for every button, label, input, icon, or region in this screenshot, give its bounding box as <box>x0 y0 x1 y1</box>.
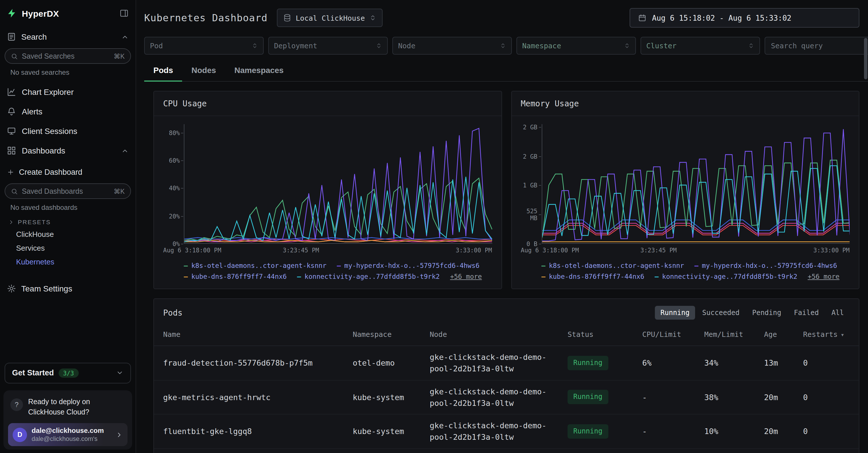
tab-namespaces[interactable]: Namespaces <box>225 60 293 81</box>
cell-mem-limit: 38% <box>704 386 764 408</box>
cell-cpu-limit: 6% <box>642 352 704 374</box>
sidebar-item-clickhouse[interactable]: ClickHouse <box>0 228 135 242</box>
y-tick-label: 1 GB <box>523 182 537 189</box>
create-dashboard-button[interactable]: Create Dashboard <box>0 163 135 181</box>
search-query-input[interactable] <box>765 37 868 55</box>
cell-name: fluentbit-gke-lggq8 <box>163 420 353 442</box>
filter-select-node[interactable]: Node <box>392 37 512 55</box>
pods-panel: Pods RunningSucceededPendingFailedAll Na… <box>153 299 859 453</box>
tab-pods[interactable]: Pods <box>144 60 182 81</box>
status-filter-running[interactable]: Running <box>655 306 695 320</box>
calendar-icon <box>638 14 646 22</box>
y-axis: 80%60%40%20%0% <box>160 124 184 244</box>
cell-restarts: 0 <box>803 386 849 408</box>
time-range-picker[interactable]: Aug 6 15:18:02 - Aug 6 15:33:02 <box>629 8 859 28</box>
column-header-cpu-limit[interactable]: CPU/Limit <box>642 325 704 345</box>
status-filter-group: RunningSucceededPendingFailedAll <box>655 306 849 320</box>
saved-dashboards-input[interactable]: Saved Dashboards ⌘K <box>5 183 131 199</box>
legend-item[interactable]: —my-hyperdx-hdx-o..-57975fcd6-4hws6 <box>694 261 837 270</box>
table-row[interactable]: konnectivity-agent-56c9fd96b8-2pjn4kube-… <box>154 449 859 453</box>
status-filter-pending[interactable]: Pending <box>746 306 787 320</box>
sidebar-item-dashboards[interactable]: Dashboards <box>0 141 135 161</box>
page-title: Kubernetes Dashboard <box>144 12 268 24</box>
column-header-restarts[interactable]: Restarts▾ <box>803 325 849 345</box>
legend-label: konnectivity-age..77dfdd8f5b-t9rk2 <box>305 273 440 281</box>
time-range-value: Aug 6 15:18:02 - Aug 6 15:33:02 <box>652 13 791 22</box>
sidebar-bottom-block: ? Ready to deploy on ClickHouse Cloud? D… <box>3 390 132 450</box>
search-section-icon <box>7 32 16 41</box>
chart-title: CPU Usage <box>154 91 501 116</box>
status-filter-succeeded[interactable]: Succeeded <box>696 306 745 320</box>
cell-restarts: 0 <box>803 420 849 442</box>
get-started-card[interactable]: Get Started 3/3 <box>5 363 131 384</box>
tab-nodes[interactable]: Nodes <box>182 60 225 81</box>
cell-node: gke-clickstack-demo-demo-pool-2d2b1f3a-0… <box>430 449 567 453</box>
cell-status: Running <box>567 385 642 409</box>
filter-select-namespace[interactable]: Namespace <box>517 37 636 55</box>
sidebar-item-alerts[interactable]: Alerts <box>0 102 135 121</box>
presets-header[interactable]: PRESETS <box>0 213 135 228</box>
sidebar-nav: Chart Explorer Alerts Client Sessions Da… <box>0 82 135 161</box>
filter-select-cluster[interactable]: Cluster <box>641 37 760 55</box>
table-row[interactable]: gke-metrics-agent-hrwtckube-systemgke-cl… <box>154 380 859 415</box>
column-header-node[interactable]: Node <box>430 325 567 345</box>
sidebar-item-label: Alerts <box>22 107 129 116</box>
chevron-up-icon[interactable] <box>121 33 129 40</box>
legend-item[interactable]: —kube-dns-876ff9ff7-44nx6 <box>184 273 287 281</box>
table-header-row: NameNamespaceNodeStatusCPU/LimitMem/Limi… <box>154 325 859 346</box>
legend-item[interactable]: —k8s-otel-daemons..ctor-agent-ksnnr <box>541 261 684 270</box>
sidebar-item-label: Dashboards <box>22 146 116 155</box>
source-select[interactable]: Local ClickHouse <box>277 9 382 27</box>
filter-select-pod[interactable]: Pod <box>144 37 264 55</box>
table-row[interactable]: fluentbit-gke-lggq8kube-systemgke-clicks… <box>154 415 859 449</box>
legend-swatch: — <box>541 261 546 270</box>
cloud-promo-line2: ClickHouse Cloud? <box>28 408 89 416</box>
sidebar-item-kubernetes[interactable]: Kubernetes <box>0 255 135 269</box>
updown-chevron-icon <box>369 15 376 21</box>
collapse-sidebar-icon[interactable] <box>120 9 129 18</box>
scrollbar-thumb[interactable] <box>864 38 867 79</box>
dashboard-grid: CPU Usage 80%60%40%20%0% Aug 6 3:18:00 P… <box>136 82 868 453</box>
chart-legend: —k8s-otel-daemons..ctor-agent-ksnnr—my-h… <box>184 261 488 281</box>
filter-select-deployment[interactable]: Deployment <box>268 37 388 55</box>
cloud-promo[interactable]: ? Ready to deploy on ClickHouse Cloud? <box>8 396 127 421</box>
table-row[interactable]: fraud-detection-55776d678b-p7f5motel-dem… <box>154 346 859 380</box>
column-header-status[interactable]: Status <box>567 325 642 345</box>
sidebar-section-search[interactable]: Search <box>0 28 135 46</box>
chevron-up-icon[interactable] <box>121 147 129 154</box>
cell-age: 20m <box>764 420 803 442</box>
status-filter-failed[interactable]: Failed <box>788 306 825 320</box>
legend-item[interactable]: —my-hyperdx-hdx-o..-57975fcd6-4hws6 <box>337 261 480 270</box>
legend-more-link[interactable]: +56 more <box>808 273 840 281</box>
sidebar-item-client-sessions[interactable]: Client Sessions <box>0 121 135 141</box>
x-tick-label: Aug 6 3:18:00 PM <box>521 247 579 254</box>
help-icon[interactable]: ? <box>10 398 23 411</box>
legend-swatch: — <box>297 273 301 281</box>
cell-age: 20m <box>764 386 803 408</box>
column-header-mem-limit[interactable]: Mem/Limit <box>704 325 764 345</box>
sidebar-item-services[interactable]: Services <box>0 242 135 255</box>
sidebar-item-team-settings[interactable]: Team Settings <box>0 279 135 298</box>
sidebar-item-chart-explorer[interactable]: Chart Explorer <box>0 82 135 102</box>
saved-searches-shortcut: ⌘K <box>114 52 125 60</box>
user-menu[interactable]: D dale@clickhouse.com dale@clickhouse.co… <box>8 423 127 446</box>
get-started-progress-badge: 3/3 <box>59 368 79 378</box>
legend-item[interactable]: —k8s-otel-daemons..ctor-agent-ksnnr <box>184 261 327 270</box>
dashboards-icon <box>7 146 16 155</box>
status-filter-all[interactable]: All <box>826 306 849 320</box>
cell-node: gke-clickstack-demo-demo-pool-2d2b1f3a-0… <box>430 346 567 380</box>
legend-item[interactable]: —konnectivity-age..77dfdd8f5b-t9rk2 <box>655 273 797 281</box>
chart-card-memory: Memory Usage 2 GB2 GB1 GB525 MB0 B Aug 6… <box>511 91 859 289</box>
chart-plot[interactable] <box>184 124 492 244</box>
column-header-namespace[interactable]: Namespace <box>353 325 430 345</box>
cell-node: gke-clickstack-demo-demo-pool-2d2b1f3a-0… <box>430 415 567 448</box>
column-header-name[interactable]: Name <box>163 325 353 345</box>
column-header-age[interactable]: Age <box>764 325 803 345</box>
legend-more-link[interactable]: +56 more <box>450 273 482 281</box>
legend-swatch: — <box>655 273 659 281</box>
saved-searches-input[interactable]: Saved Searches ⌘K <box>5 48 131 64</box>
legend-item[interactable]: —kube-dns-876ff9ff7-44nx6 <box>541 273 644 281</box>
legend-item[interactable]: —konnectivity-age..77dfdd8f5b-t9rk2 <box>297 273 440 281</box>
sidebar-item-label: Chart Explorer <box>22 87 129 96</box>
chart-plot[interactable] <box>541 124 849 244</box>
